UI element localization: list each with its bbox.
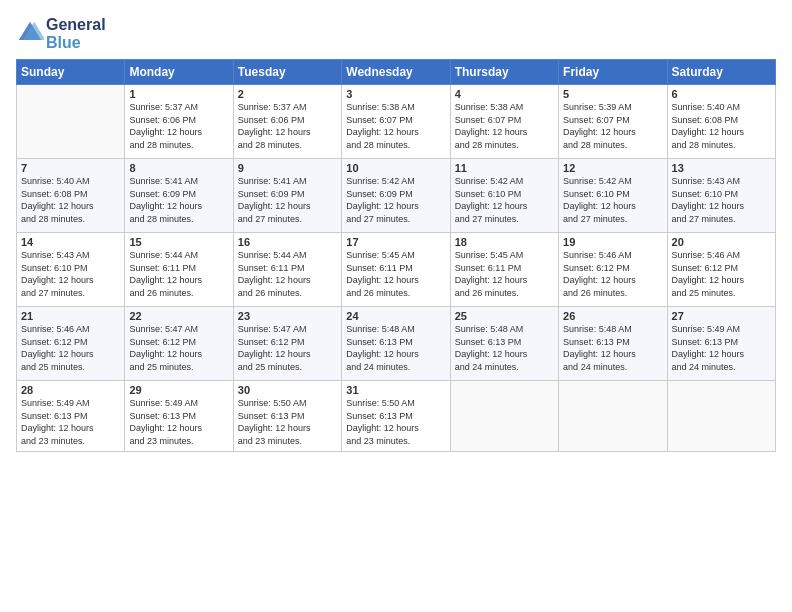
- header-cell-thursday: Thursday: [450, 60, 558, 85]
- day-info: Sunrise: 5:45 AM Sunset: 6:11 PM Dayligh…: [346, 249, 445, 299]
- header-cell-sunday: Sunday: [17, 60, 125, 85]
- day-info: Sunrise: 5:48 AM Sunset: 6:13 PM Dayligh…: [346, 323, 445, 373]
- day-number: 19: [563, 236, 662, 248]
- day-number: 27: [672, 310, 771, 322]
- calendar-cell: [667, 381, 775, 451]
- calendar-cell: 20Sunrise: 5:46 AM Sunset: 6:12 PM Dayli…: [667, 233, 775, 307]
- calendar-cell: 16Sunrise: 5:44 AM Sunset: 6:11 PM Dayli…: [233, 233, 341, 307]
- day-number: 11: [455, 162, 554, 174]
- day-number: 13: [672, 162, 771, 174]
- calendar-cell: 10Sunrise: 5:42 AM Sunset: 6:09 PM Dayli…: [342, 159, 450, 233]
- day-info: Sunrise: 5:45 AM Sunset: 6:11 PM Dayligh…: [455, 249, 554, 299]
- calendar-cell: 30Sunrise: 5:50 AM Sunset: 6:13 PM Dayli…: [233, 381, 341, 451]
- day-number: 18: [455, 236, 554, 248]
- calendar-cell: 22Sunrise: 5:47 AM Sunset: 6:12 PM Dayli…: [125, 307, 233, 381]
- day-number: 23: [238, 310, 337, 322]
- calendar-row-2: 7Sunrise: 5:40 AM Sunset: 6:08 PM Daylig…: [17, 159, 776, 233]
- day-number: 6: [672, 88, 771, 100]
- calendar-cell: 4Sunrise: 5:38 AM Sunset: 6:07 PM Daylig…: [450, 85, 558, 159]
- header-cell-tuesday: Tuesday: [233, 60, 341, 85]
- calendar-cell: 7Sunrise: 5:40 AM Sunset: 6:08 PM Daylig…: [17, 159, 125, 233]
- day-number: 2: [238, 88, 337, 100]
- day-info: Sunrise: 5:41 AM Sunset: 6:09 PM Dayligh…: [238, 175, 337, 225]
- day-info: Sunrise: 5:47 AM Sunset: 6:12 PM Dayligh…: [238, 323, 337, 373]
- calendar-row-1: 1Sunrise: 5:37 AM Sunset: 6:06 PM Daylig…: [17, 85, 776, 159]
- calendar-cell: 28Sunrise: 5:49 AM Sunset: 6:13 PM Dayli…: [17, 381, 125, 451]
- day-number: 17: [346, 236, 445, 248]
- calendar-cell: 19Sunrise: 5:46 AM Sunset: 6:12 PM Dayli…: [559, 233, 667, 307]
- day-number: 5: [563, 88, 662, 100]
- day-info: Sunrise: 5:42 AM Sunset: 6:09 PM Dayligh…: [346, 175, 445, 225]
- calendar-cell: 18Sunrise: 5:45 AM Sunset: 6:11 PM Dayli…: [450, 233, 558, 307]
- day-info: Sunrise: 5:41 AM Sunset: 6:09 PM Dayligh…: [129, 175, 228, 225]
- calendar-row-5: 28Sunrise: 5:49 AM Sunset: 6:13 PM Dayli…: [17, 381, 776, 451]
- day-info: Sunrise: 5:46 AM Sunset: 6:12 PM Dayligh…: [563, 249, 662, 299]
- day-number: 15: [129, 236, 228, 248]
- day-number: 26: [563, 310, 662, 322]
- day-info: Sunrise: 5:42 AM Sunset: 6:10 PM Dayligh…: [563, 175, 662, 225]
- day-number: 20: [672, 236, 771, 248]
- day-number: 25: [455, 310, 554, 322]
- day-info: Sunrise: 5:37 AM Sunset: 6:06 PM Dayligh…: [129, 101, 228, 151]
- day-info: Sunrise: 5:44 AM Sunset: 6:11 PM Dayligh…: [129, 249, 228, 299]
- day-info: Sunrise: 5:42 AM Sunset: 6:10 PM Dayligh…: [455, 175, 554, 225]
- day-number: 12: [563, 162, 662, 174]
- day-info: Sunrise: 5:50 AM Sunset: 6:13 PM Dayligh…: [346, 397, 445, 447]
- day-info: Sunrise: 5:46 AM Sunset: 6:12 PM Dayligh…: [672, 249, 771, 299]
- calendar-cell: 21Sunrise: 5:46 AM Sunset: 6:12 PM Dayli…: [17, 307, 125, 381]
- day-number: 7: [21, 162, 120, 174]
- day-info: Sunrise: 5:46 AM Sunset: 6:12 PM Dayligh…: [21, 323, 120, 373]
- calendar-cell: 31Sunrise: 5:50 AM Sunset: 6:13 PM Dayli…: [342, 381, 450, 451]
- logo-text-line1: General: [46, 16, 106, 34]
- day-number: 10: [346, 162, 445, 174]
- header-cell-wednesday: Wednesday: [342, 60, 450, 85]
- day-number: 14: [21, 236, 120, 248]
- calendar-row-3: 14Sunrise: 5:43 AM Sunset: 6:10 PM Dayli…: [17, 233, 776, 307]
- day-info: Sunrise: 5:44 AM Sunset: 6:11 PM Dayligh…: [238, 249, 337, 299]
- calendar-cell: 12Sunrise: 5:42 AM Sunset: 6:10 PM Dayli…: [559, 159, 667, 233]
- calendar-cell: 23Sunrise: 5:47 AM Sunset: 6:12 PM Dayli…: [233, 307, 341, 381]
- day-number: 1: [129, 88, 228, 100]
- day-number: 3: [346, 88, 445, 100]
- calendar-header-row: SundayMondayTuesdayWednesdayThursdayFrid…: [17, 60, 776, 85]
- logo-text-line2: Blue: [46, 34, 106, 52]
- day-info: Sunrise: 5:38 AM Sunset: 6:07 PM Dayligh…: [346, 101, 445, 151]
- calendar-cell: [559, 381, 667, 451]
- day-number: 28: [21, 384, 120, 396]
- calendar-cell: 11Sunrise: 5:42 AM Sunset: 6:10 PM Dayli…: [450, 159, 558, 233]
- day-info: Sunrise: 5:39 AM Sunset: 6:07 PM Dayligh…: [563, 101, 662, 151]
- day-info: Sunrise: 5:48 AM Sunset: 6:13 PM Dayligh…: [563, 323, 662, 373]
- calendar-cell: 29Sunrise: 5:49 AM Sunset: 6:13 PM Dayli…: [125, 381, 233, 451]
- calendar-cell: 14Sunrise: 5:43 AM Sunset: 6:10 PM Dayli…: [17, 233, 125, 307]
- calendar-cell: 26Sunrise: 5:48 AM Sunset: 6:13 PM Dayli…: [559, 307, 667, 381]
- calendar-cell: 13Sunrise: 5:43 AM Sunset: 6:10 PM Dayli…: [667, 159, 775, 233]
- day-info: Sunrise: 5:49 AM Sunset: 6:13 PM Dayligh…: [129, 397, 228, 447]
- calendar-cell: 3Sunrise: 5:38 AM Sunset: 6:07 PM Daylig…: [342, 85, 450, 159]
- day-number: 24: [346, 310, 445, 322]
- day-info: Sunrise: 5:38 AM Sunset: 6:07 PM Dayligh…: [455, 101, 554, 151]
- logo-icon: [16, 19, 44, 47]
- header-cell-saturday: Saturday: [667, 60, 775, 85]
- day-number: 29: [129, 384, 228, 396]
- day-info: Sunrise: 5:49 AM Sunset: 6:13 PM Dayligh…: [21, 397, 120, 447]
- calendar-cell: [17, 85, 125, 159]
- day-number: 9: [238, 162, 337, 174]
- calendar-table: SundayMondayTuesdayWednesdayThursdayFrid…: [16, 59, 776, 451]
- day-info: Sunrise: 5:49 AM Sunset: 6:13 PM Dayligh…: [672, 323, 771, 373]
- day-number: 16: [238, 236, 337, 248]
- logo: General Blue: [16, 16, 106, 51]
- day-info: Sunrise: 5:40 AM Sunset: 6:08 PM Dayligh…: [21, 175, 120, 225]
- day-number: 30: [238, 384, 337, 396]
- calendar-cell: 8Sunrise: 5:41 AM Sunset: 6:09 PM Daylig…: [125, 159, 233, 233]
- day-number: 4: [455, 88, 554, 100]
- header-cell-friday: Friday: [559, 60, 667, 85]
- page: General Blue SundayMondayTuesdayWednesda…: [0, 0, 792, 612]
- calendar-cell: 2Sunrise: 5:37 AM Sunset: 6:06 PM Daylig…: [233, 85, 341, 159]
- calendar-cell: 27Sunrise: 5:49 AM Sunset: 6:13 PM Dayli…: [667, 307, 775, 381]
- day-info: Sunrise: 5:50 AM Sunset: 6:13 PM Dayligh…: [238, 397, 337, 447]
- day-info: Sunrise: 5:48 AM Sunset: 6:13 PM Dayligh…: [455, 323, 554, 373]
- header-cell-monday: Monday: [125, 60, 233, 85]
- day-number: 8: [129, 162, 228, 174]
- calendar-row-4: 21Sunrise: 5:46 AM Sunset: 6:12 PM Dayli…: [17, 307, 776, 381]
- calendar-cell: 17Sunrise: 5:45 AM Sunset: 6:11 PM Dayli…: [342, 233, 450, 307]
